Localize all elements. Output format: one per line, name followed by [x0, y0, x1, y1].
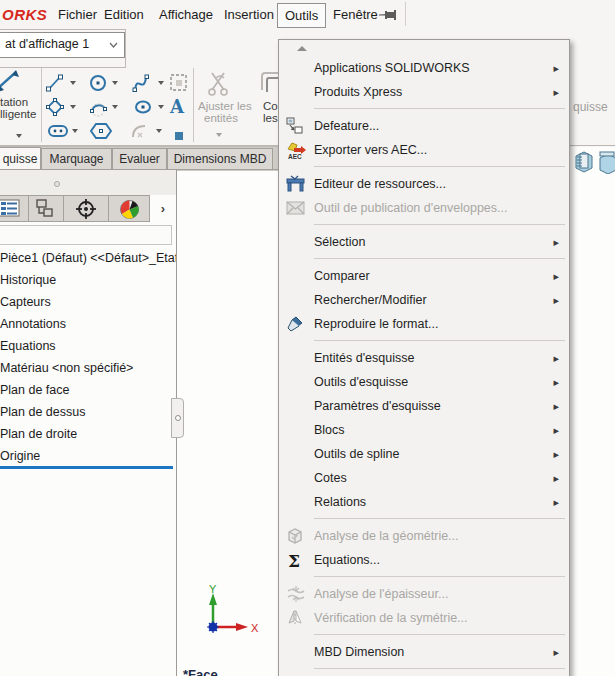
menu-item-analyse-de-la-geometrie: Analyse de la géométrie... — [279, 524, 569, 548]
tree-item-plan-de-face[interactable]: Plan de face — [0, 379, 176, 401]
menu-item-label: Exporter vers AEC... — [314, 138, 427, 162]
tab-quisse[interactable]: quisse — [0, 147, 41, 170]
panel-splitter-handle[interactable] — [171, 398, 184, 438]
tree-filter-box[interactable] — [0, 225, 172, 245]
convert-entities-label-line2: les — [263, 112, 278, 124]
svg-text:Σ: Σ — [288, 551, 300, 571]
tab-marquage[interactable]: Marquage — [41, 148, 112, 169]
menu-item-blocs[interactable]: Blocs▸ — [279, 418, 569, 442]
fm-tab-feature-tree[interactable] — [0, 196, 29, 221]
sketch-spline-icon[interactable] — [132, 72, 154, 98]
sketch-fillet-icon[interactable] — [131, 121, 153, 145]
menu-item-label: Relations — [314, 490, 366, 514]
sketch-arc-icon[interactable] — [88, 97, 110, 121]
trim-box-icon[interactable] — [168, 72, 190, 98]
menu-item-parametres-d-esquisse[interactable]: Paramètres d'esquisse▸ — [279, 394, 569, 418]
panel-top-strip — [0, 170, 176, 195]
menu-item-label: Produits Xpress — [314, 80, 402, 104]
menubar-item-affichage[interactable]: Affichage — [159, 7, 213, 22]
menu-item-selection[interactable]: Sélection▸ — [279, 230, 569, 254]
menu-item-equations[interactable]: ΣEquations... — [279, 548, 569, 572]
tree-item-historique[interactable]: Historique — [0, 269, 176, 291]
menu-scroll-up[interactable] — [279, 40, 569, 56]
tree-item-capteurs[interactable]: Capteurs — [0, 291, 176, 313]
trim-entities-icon[interactable] — [206, 70, 232, 100]
menu-item-produits-xpress[interactable]: Produits Xpress▸ — [279, 80, 569, 104]
menu-item-label: Outil de publication d'enveloppes... — [314, 196, 508, 220]
menubar-item-fichier[interactable]: Fichier — [58, 7, 97, 22]
menu-item-comparer[interactable]: Comparer▸ — [279, 264, 569, 288]
fm-tab-configurations[interactable] — [63, 196, 109, 221]
menu-item-label: Sélection — [314, 230, 365, 254]
toolbar-divider — [41, 68, 42, 142]
sketch-hexagon-icon[interactable] — [90, 121, 112, 145]
line-caret-icon[interactable] — [70, 81, 76, 85]
fm-tab-property-manager[interactable] — [28, 196, 64, 221]
tree-item-origine[interactable]: Origine — [0, 445, 176, 467]
spline-caret-icon[interactable] — [158, 81, 164, 85]
axis-x-label: X — [251, 622, 259, 634]
tree-item-plan-de-droite[interactable]: Plan de droite — [0, 423, 176, 445]
fillet-caret-icon[interactable] — [156, 129, 162, 133]
thickness-analysis-icon — [286, 585, 306, 603]
menu-item-outils-d-esquisse[interactable]: Outils d'esquisse▸ — [279, 370, 569, 394]
smart-dimension-icon[interactable] — [0, 70, 20, 98]
menu-item-defeature[interactable]: Defeature... — [279, 114, 569, 138]
menu-item-applications-solidworks[interactable]: Applications SOLIDWORKS▸ — [279, 56, 569, 80]
menu-item-entites-d-esquisse[interactable]: Entités d'esquisse▸ — [279, 346, 569, 370]
menu-item-mbd-dimension[interactable]: MBD Dimension▸ — [279, 640, 569, 664]
sketch-circle-icon[interactable] — [88, 73, 108, 97]
menubar-item-outils[interactable]: Outils — [277, 3, 326, 28]
trim-entities-label-line1: Ajuster les — [198, 100, 252, 112]
slot-caret-icon[interactable] — [72, 129, 78, 133]
panel-collapse-dot[interactable] — [54, 181, 60, 187]
sketch-line-icon[interactable] — [45, 73, 65, 97]
sketch-slot-icon[interactable] — [47, 123, 69, 143]
fm-expand-chevron[interactable]: › — [155, 200, 171, 218]
menu-item-editeur-de-ressources[interactable]: Editeur de ressources... — [279, 172, 569, 196]
submenu-arrow-icon: ▸ — [553, 370, 559, 394]
tree-root-piece1[interactable]: Pièce1 (Défaut) <<Défaut>_Etat d — [0, 247, 176, 269]
menu-item-exporter-vers-aec[interactable]: AECExporter vers AEC... — [279, 138, 569, 162]
menu-item-label: Entités d'esquisse — [314, 346, 414, 370]
menu-item-cotes[interactable]: Cotes▸ — [279, 466, 569, 490]
ellipse-caret-icon[interactable] — [158, 105, 164, 109]
menu-item-label: Reproduire le format... — [314, 312, 438, 336]
menubar-item-insertion[interactable]: Insertion — [224, 7, 274, 22]
polygon-caret-icon[interactable] — [70, 105, 76, 109]
menu-item-outils-de-spline[interactable]: Outils de spline▸ — [279, 442, 569, 466]
sketch-text-icon[interactable]: A — [170, 96, 184, 117]
trim-entities-caret-icon[interactable] — [216, 133, 222, 137]
symmetry-check-icon — [286, 609, 306, 627]
sketch-polygon-icon[interactable] — [45, 97, 65, 121]
tree-item-equations[interactable]: Equations — [0, 335, 176, 357]
tab-dimensions-mbd[interactable]: Dimensions MBD — [167, 148, 273, 169]
pushpin-icon[interactable] — [379, 8, 399, 26]
fm-tab-appearances[interactable] — [108, 196, 151, 221]
aec-icon: AEC — [286, 141, 306, 159]
circle-caret-icon[interactable] — [112, 81, 118, 85]
menubar-item-edition[interactable]: Edition — [104, 7, 144, 22]
sketch-point-icon[interactable] — [174, 127, 184, 145]
menu-item-rechercher-modifier[interactable]: Rechercher/Modifier▸ — [279, 288, 569, 312]
menu-item-label: MBD Dimension — [314, 640, 404, 664]
tree-item-plan-de-dessus[interactable]: Plan de dessus — [0, 401, 176, 423]
sketch-ellipse-icon[interactable] — [133, 98, 153, 120]
menubar-item-fenetre[interactable]: Fenêtre — [333, 7, 378, 22]
smart-dimension-caret-icon[interactable] — [16, 134, 22, 138]
menu-item-relations[interactable]: Relations▸ — [279, 490, 569, 514]
toolbar-divider — [193, 68, 194, 142]
submenu-arrow-icon: ▸ — [553, 394, 559, 418]
menu-item-label: Rechercher/Modifier — [314, 288, 427, 312]
arc-caret-icon[interactable] — [112, 105, 118, 109]
feature-manager-panel: › Pièce1 (Défaut) <<Défaut>_Etat dHistor… — [0, 170, 176, 676]
display-state-combobox[interactable]: at d'affichage 1 — [0, 32, 125, 58]
menu-separator — [279, 220, 569, 230]
rollback-bar[interactable] — [0, 466, 173, 469]
tree-item-annotations[interactable]: Annotations — [0, 313, 176, 335]
tab-evaluer[interactable]: Evaluer — [112, 148, 167, 169]
menu-item-label: Applications SOLIDWORKS — [314, 56, 470, 80]
menu-item-label: Outils de spline — [314, 442, 399, 466]
menu-item-reproduire-le-format[interactable]: Reproduire le format... — [279, 312, 569, 336]
tree-item-materiau-non-specifie[interactable]: Matériau <non spécifié> — [0, 357, 176, 379]
